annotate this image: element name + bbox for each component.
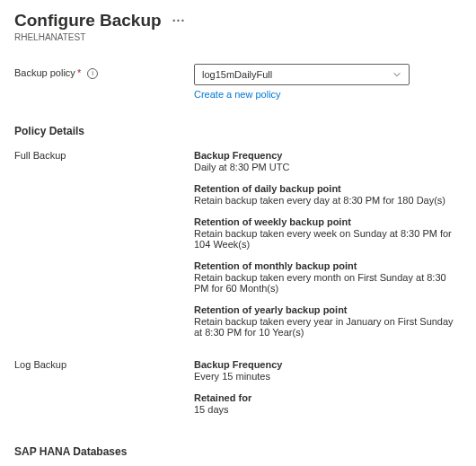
weekly-retention-text: Retain backup taken every week on Sunday… <box>194 228 462 250</box>
databases-heading: SAP HANA Databases <box>14 445 462 458</box>
full-backup-label: Full Backup <box>14 150 194 161</box>
policy-details-heading: Policy Details <box>14 125 462 137</box>
yearly-retention-title: Retention of yearly backup point <box>194 304 462 315</box>
backup-policy-select[interactable]: log15mDailyFull <box>194 64 410 85</box>
backup-policy-label: Backup policy* i <box>14 64 194 79</box>
yearly-retention-text: Retain backup taken every year in Januar… <box>194 316 462 338</box>
log-freq-title: Backup Frequency <box>194 359 462 370</box>
monthly-retention-title: Retention of monthly backup point <box>194 260 462 271</box>
full-freq-title: Backup Frequency <box>194 150 462 161</box>
log-backup-label: Log Backup <box>14 359 194 370</box>
create-policy-link[interactable]: Create a new policy <box>194 89 281 100</box>
more-icon[interactable]: ··· <box>172 13 186 28</box>
daily-retention-text: Retain backup taken every day at 8:30 PM… <box>194 195 462 206</box>
monthly-retention-text: Retain backup taken every month on First… <box>194 272 462 294</box>
weekly-retention-title: Retention of weekly backup point <box>194 216 462 227</box>
info-icon[interactable]: i <box>87 68 98 79</box>
full-freq-text: Daily at 8:30 PM UTC <box>194 162 462 172</box>
log-freq-text: Every 15 minutes <box>194 371 462 382</box>
page-subtitle: RHELHANATEST <box>14 32 462 42</box>
backup-policy-value: log15mDailyFull <box>202 69 272 80</box>
log-retained-text: 15 days <box>194 404 462 415</box>
page-title: Configure Backup <box>14 11 162 31</box>
log-retained-title: Retained for <box>194 392 462 403</box>
chevron-down-icon <box>392 70 401 79</box>
daily-retention-title: Retention of daily backup point <box>194 183 462 194</box>
